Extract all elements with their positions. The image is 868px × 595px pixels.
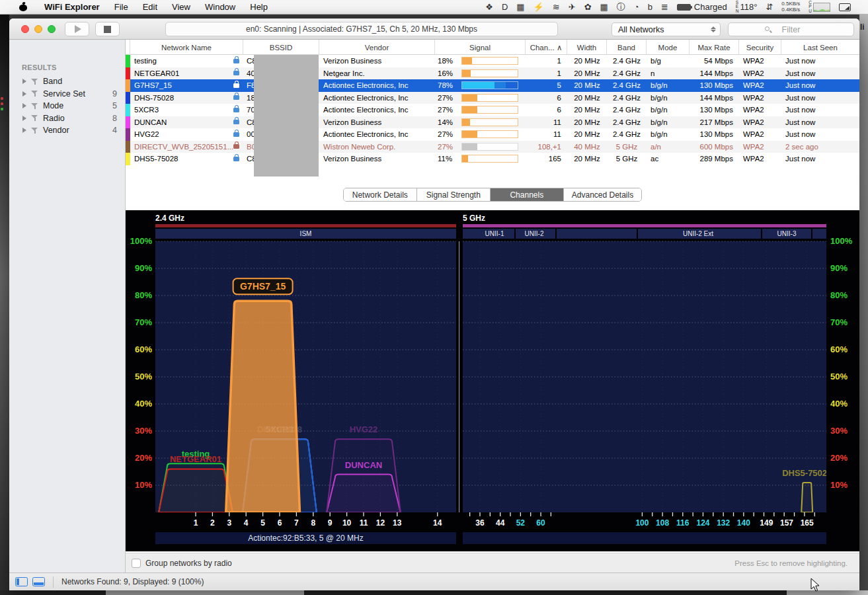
column-header-signal[interactable]: Signal xyxy=(435,40,526,55)
cell-width: 20 MHz xyxy=(567,79,607,92)
column-header-width[interactable]: Width xyxy=(567,40,607,55)
keyboard-icon[interactable]: ▦ xyxy=(600,0,608,15)
disclosure-triangle-icon[interactable] xyxy=(22,128,26,133)
table-row-5xcr3[interactable]: 5XCR370Actiontec Electronics, Inc27%620 … xyxy=(126,104,859,116)
airplane-icon[interactable]: ✈ xyxy=(569,0,576,15)
filter-input[interactable] xyxy=(728,22,854,36)
column-header-vendor[interactable]: Vendor xyxy=(319,40,435,55)
updown-arrows-icon[interactable]: ⇵ xyxy=(766,0,773,15)
menu-item-file[interactable]: File xyxy=(107,0,136,15)
disclosure-triangle-icon[interactable] xyxy=(22,79,26,84)
column-header-network-name[interactable]: Network Name xyxy=(130,40,243,55)
toggle-sidebar-icon[interactable] xyxy=(15,577,28,586)
column-header-max-rate[interactable]: Max Rate xyxy=(690,40,739,55)
network-filter-value: All Networks xyxy=(618,25,664,34)
cell-width: 40 MHz xyxy=(567,141,607,153)
airplay-display-icon[interactable] xyxy=(839,3,851,11)
tab-network-details[interactable]: Network Details xyxy=(344,188,417,201)
cell-bssid: 40 xyxy=(243,67,319,80)
table-row-dhs-75028[interactable]: DHS-7502818Actiontec Electronics, Inc27%… xyxy=(126,92,859,104)
zoom-button[interactable] xyxy=(48,25,56,33)
pinwheel-icon[interactable]: ✿ xyxy=(584,0,592,15)
stacked-bars-icon[interactable]: ≣ xyxy=(661,0,668,15)
network-curve-dhs5-75028[interactable] xyxy=(801,483,812,512)
network-curve-netgear01[interactable] xyxy=(159,469,233,512)
sidebar-item-count: 5 xyxy=(112,101,117,110)
menu-item-help[interactable]: Help xyxy=(243,0,275,15)
cpu-meter[interactable]: CPU xyxy=(809,1,830,14)
stop-scan-button[interactable] xyxy=(95,22,120,36)
network-curve-g7hs7-15[interactable] xyxy=(226,301,300,512)
net-down-speed: 0.4KB/s xyxy=(781,7,800,13)
start-scan-button[interactable] xyxy=(65,22,89,36)
apple-menu[interactable] xyxy=(12,0,37,15)
close-button[interactable] xyxy=(21,25,29,33)
spark-icon[interactable]: ⚡ xyxy=(533,0,544,15)
table-row-netgear01[interactable]: NETGEAR0140Netgear Inc.16%120 MHz2.4 GHz… xyxy=(126,67,859,80)
network-color-swatch xyxy=(126,104,130,116)
menu-item-edit[interactable]: Edit xyxy=(136,0,165,15)
column-header-security[interactable]: Security xyxy=(739,40,781,55)
network-speed[interactable]: 0.5KB/s 0.4KB/s xyxy=(781,1,800,13)
disclosure-triangle-icon[interactable] xyxy=(22,91,26,97)
column-header-swatch[interactable] xyxy=(126,40,130,55)
sidebar-item-band[interactable]: Band xyxy=(9,75,126,87)
battery-status[interactable]: Charged xyxy=(677,2,727,12)
signal-bar-fill2 xyxy=(494,82,506,89)
network-filter-dropdown[interactable]: All Networks xyxy=(612,22,721,36)
x-label-5-157: 157 xyxy=(780,518,793,528)
disclosure-triangle-icon[interactable] xyxy=(22,103,26,108)
search-icon xyxy=(765,26,769,31)
menu-item-view[interactable]: View xyxy=(165,0,198,15)
app-menu-title[interactable]: WiFi Explorer xyxy=(37,0,107,15)
column-header-bssid[interactable]: BSSID xyxy=(243,40,319,55)
tab-advanced-details[interactable]: Advanced Details xyxy=(564,188,641,201)
column-header-last-seen[interactable]: Last Seen xyxy=(781,40,859,55)
d-app-icon[interactable]: D xyxy=(502,0,508,15)
signal-bar xyxy=(461,57,518,65)
table-row-testing[interactable]: testingC8Verizon Business18%120 MHz2.4 G… xyxy=(126,55,859,67)
signal-bar xyxy=(461,81,518,89)
network-name-text: HVG22 xyxy=(134,130,159,138)
x-label-24-1: 1 xyxy=(194,518,198,528)
sidebar-item-count: 8 xyxy=(112,114,117,123)
main-area: Network NameBSSIDVendorSignalChan... ∧Wi… xyxy=(126,40,859,573)
table-row-hvg22[interactable]: HVG2200Actiontec Electronics, Inc27%1120… xyxy=(126,128,859,141)
temperature-status[interactable]: SEN 118° xyxy=(736,1,758,14)
network-name-text: testing xyxy=(134,57,157,65)
network-curve-hvg22[interactable] xyxy=(327,439,401,512)
tab-signal-strength[interactable]: Signal Strength xyxy=(417,188,491,201)
sidebar-item-vendor[interactable]: Vendor4 xyxy=(9,124,126,136)
disclosure-triangle-icon[interactable] xyxy=(22,116,26,121)
sidebar-item-mode[interactable]: Mode5 xyxy=(9,100,126,112)
network-name-text: DIRECTV_WVB_25205151... xyxy=(134,143,233,151)
cell-bssid: C8 xyxy=(243,153,319,165)
column-header-band[interactable]: Band xyxy=(607,40,647,55)
table-row-g7hs7-15[interactable]: G7HS7_15F8Actiontec Electronics, Inc78%5… xyxy=(126,79,859,92)
info-circle-icon[interactable]: ⓘ xyxy=(617,0,625,15)
dropbox-icon[interactable]: ❖ xyxy=(485,0,493,15)
lock-icon xyxy=(233,83,239,88)
cell-network-name: DIRECTV_WVB_25205151... xyxy=(130,141,243,153)
column-header-mode[interactable]: Mode xyxy=(647,40,690,55)
column-header-chan-[interactable]: Chan... ∧ xyxy=(526,40,567,55)
table-row-dhs5-75028[interactable]: DHS5-75028C8Verizon Business11%16520 MHz… xyxy=(126,153,859,165)
sidebar-item-radio[interactable]: Radio8 xyxy=(9,112,126,124)
y-axis-label-right: 30% xyxy=(830,426,848,436)
tab-channels[interactable]: Channels xyxy=(491,188,564,201)
menu-item-window[interactable]: Window xyxy=(198,0,243,15)
compass-icon[interactable]: ◔ xyxy=(634,0,639,15)
bssid-redaction xyxy=(254,55,319,67)
cell-mode: b/g/n xyxy=(647,116,690,129)
sidebar-item-service-set[interactable]: Service Set9 xyxy=(9,88,126,100)
bssid-redaction xyxy=(254,79,319,92)
wireless-signal-icon[interactable]: ≋ xyxy=(553,0,560,15)
toggle-bottom-panel-icon[interactable] xyxy=(32,577,45,586)
menu-items: FileEditViewWindowHelp xyxy=(107,0,275,15)
table-row-duncan[interactable]: DUNCANC8Verizon Business14%1120 MHz2.4 G… xyxy=(126,116,859,129)
table-row-directv-wvb-25205151-[interactable]: DIRECTV_WVB_25205151...B0Wistron Neweb C… xyxy=(126,141,859,153)
istat-monitor-icon[interactable]: ▦ xyxy=(516,0,524,15)
bartender-icon[interactable]: b xyxy=(648,0,652,15)
group-by-radio-checkbox[interactable] xyxy=(132,559,141,568)
minimize-button[interactable] xyxy=(34,25,42,33)
